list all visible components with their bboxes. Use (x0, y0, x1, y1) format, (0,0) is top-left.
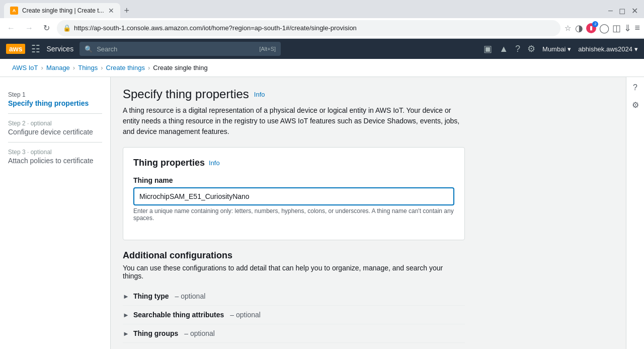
services-label: Services (46, 45, 73, 53)
region-selector[interactable]: Mumbai ▾ (542, 45, 571, 53)
page-description: A thing resource is a digital representa… (123, 105, 465, 137)
breadcrumb-current: Create single thing (153, 64, 207, 72)
thing-name-group: Thing name Enter a unique name containin… (133, 176, 454, 222)
step-1-item: Step 1 Specify thing properties (8, 87, 102, 111)
minimize-icon[interactable]: – (606, 4, 615, 17)
region-arrow: ▾ (568, 45, 571, 53)
searchable-attrs-item[interactable]: ► Searchable thing attributes – optional (123, 305, 465, 324)
shield-badge: 2 (592, 21, 598, 27)
aws-nav-right: ▣ ▲ ? ⚙ Mumbai ▾ abhishek.aws2024 ▾ (484, 43, 638, 54)
thing-groups-item[interactable]: ► Thing groups – optional (123, 324, 465, 342)
user-label: abhishek.aws2024 (578, 45, 632, 53)
step-3-title: Attach policies to certificate (8, 157, 102, 165)
page-layout: Step 1 Specify thing properties Step 2 ·… (0, 77, 644, 349)
thing-name-label: Thing name (133, 176, 454, 184)
bookmark-icon[interactable]: ☆ (565, 24, 571, 33)
region-label: Mumbai (542, 45, 566, 53)
thing-type-item[interactable]: ► Thing type – optional (123, 287, 465, 305)
address-bar-icons: ☆ (565, 24, 571, 33)
forward-button[interactable]: → (22, 22, 36, 35)
url-bar[interactable]: 🔒 https://ap-south-1.console.aws.amazon.… (57, 20, 560, 36)
thing-properties-card: Thing properties Info Thing name Enter a… (123, 147, 465, 240)
card-title: Thing properties (133, 158, 205, 168)
breadcrumb-sep-1: › (41, 64, 43, 72)
step-1-title: Specify thing properties (8, 99, 102, 107)
shield-icon[interactable]: ▮ 2 (586, 23, 596, 33)
reload-button[interactable]: ↻ (40, 21, 53, 35)
step-3-label: Step 3 · optional (8, 149, 102, 156)
browser-chrome: A Create single thing | Create t... ✕ + … (0, 0, 644, 39)
right-panel-settings-icon[interactable]: ⚙ (632, 100, 639, 110)
restore-icon[interactable]: ◻ (617, 4, 627, 18)
settings-icon[interactable]: ⚙ (527, 43, 535, 54)
searchable-attrs-arrow: ► (123, 311, 129, 319)
tab-favicon: A (10, 7, 18, 15)
lock-icon: 🔒 (63, 24, 71, 32)
bell-icon[interactable]: ▲ (499, 44, 508, 54)
user-menu-button[interactable]: abhishek.aws2024 ▾ (578, 45, 638, 53)
user-arrow: ▾ (634, 45, 638, 53)
browser-toolbar-icons: ◑ ▮ 2 ◯ ◫ ⇓ ≡ (575, 23, 640, 34)
services-button[interactable]: Services (46, 45, 73, 53)
additional-configs-title: Additional configurations (123, 250, 465, 261)
page-info-link[interactable]: Info (254, 91, 265, 98)
thing-type-optional: – optional (173, 292, 206, 300)
split-view-icon[interactable]: ◫ (612, 23, 621, 34)
step-2-label: Step 2 · optional (8, 120, 102, 127)
thing-groups-optional: – optional (182, 329, 215, 337)
right-panel: ? ⚙ (626, 77, 644, 349)
breadcrumb-things[interactable]: Things (78, 64, 98, 72)
thing-groups-label: Thing groups (133, 329, 178, 337)
thing-groups-arrow: ► (123, 330, 129, 337)
step-1-label: Step 1 (8, 91, 102, 98)
back-button[interactable]: ← (4, 22, 18, 35)
breadcrumb-manage[interactable]: Manage (46, 64, 70, 72)
aws-logo: aws (6, 44, 25, 54)
thing-type-arrow: ► (123, 293, 129, 300)
card-title-row: Thing properties Info (133, 158, 454, 168)
thing-name-input[interactable] (133, 187, 454, 205)
steps-sidebar: Step 1 Specify thing properties Step 2 ·… (0, 77, 111, 349)
downloads-icon[interactable]: ⇓ (624, 23, 631, 34)
profile-icon[interactable]: ◯ (599, 23, 609, 34)
extensions-icon[interactable]: ◑ (575, 23, 583, 34)
browser-window-controls: – ◻ ✕ (606, 4, 640, 18)
breadcrumb-aws-iot[interactable]: AWS IoT (12, 64, 38, 72)
search-shortcut-hint: [Alt+S] (259, 46, 276, 52)
address-bar: ← → ↻ 🔒 https://ap-south-1.console.aws.a… (0, 18, 644, 38)
aws-grid-icon[interactable]: ☷ (31, 43, 40, 55)
step-2-item: Step 2 · optional Configure device certi… (8, 116, 102, 140)
close-window-icon[interactable]: ✕ (629, 4, 640, 18)
breadcrumb-sep-4: › (148, 64, 150, 72)
page-title: Specify thing properties (123, 87, 249, 101)
right-panel-help-icon[interactable]: ? (633, 83, 637, 92)
tab-title: Create single thing | Create t... (22, 7, 104, 14)
menu-icon[interactable]: ≡ (634, 23, 640, 33)
card-info-link[interactable]: Info (209, 159, 220, 167)
breadcrumb-create-things[interactable]: Create things (106, 64, 145, 72)
aws-search-bar[interactable]: 🔍 [Alt+S] (79, 42, 281, 56)
step-3-item: Step 3 · optional Attach policies to cer… (8, 145, 102, 169)
main-content: Specify thing properties Info A thing re… (111, 77, 626, 349)
breadcrumb: AWS IoT › Manage › Things › Create thing… (0, 59, 644, 77)
searchable-attrs-optional: – optional (228, 311, 261, 319)
thing-type-label: Thing type (133, 292, 169, 300)
tab-bar: A Create single thing | Create t... ✕ + … (0, 0, 644, 18)
cloud-shell-icon[interactable]: ▣ (484, 43, 492, 54)
aws-top-nav: aws ☷ Services 🔍 [Alt+S] ▣ ▲ ? ⚙ Mumbai … (0, 39, 644, 59)
new-tab-button[interactable]: + (120, 6, 134, 16)
additional-configs-desc: You can use these configurations to add … (123, 264, 465, 280)
tab-close-button[interactable]: ✕ (108, 7, 114, 15)
billing-group-item[interactable]: ► Billing group – optional (123, 342, 465, 349)
step-2-title: Configure device certificate (8, 128, 102, 136)
search-input[interactable] (97, 45, 255, 53)
page-title-row: Specify thing properties Info (123, 87, 614, 101)
active-tab[interactable]: A Create single thing | Create t... ✕ (4, 3, 120, 18)
search-icon: 🔍 (85, 45, 93, 53)
searchable-attrs-label: Searchable thing attributes (133, 311, 224, 319)
url-text: https://ap-south-1.console.aws.amazon.co… (74, 24, 554, 32)
thing-name-hint: Enter a unique name containing only: let… (133, 207, 454, 222)
help-icon[interactable]: ? (515, 44, 520, 54)
additional-configs-section: Additional configurations You can use th… (123, 250, 465, 349)
breadcrumb-sep-3: › (101, 64, 103, 72)
